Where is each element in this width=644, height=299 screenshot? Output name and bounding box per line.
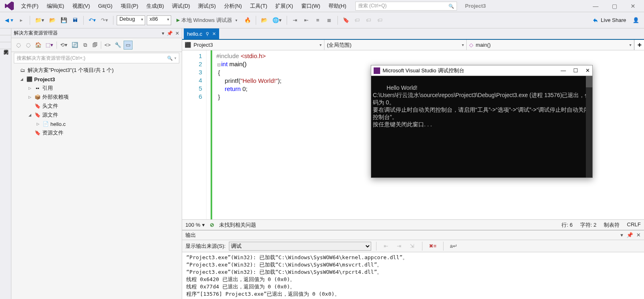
menu-项目P[interactable]: 项目(P) bbox=[117, 0, 142, 12]
bk2-icon[interactable]: 🏷 bbox=[364, 15, 374, 25]
sol-preview-icon[interactable]: ▭ bbox=[124, 41, 133, 50]
bookmark-icon[interactable]: 🔖 bbox=[341, 15, 351, 25]
pane-dropdown-icon[interactable]: ▾ bbox=[162, 30, 164, 36]
rail-toolbox[interactable]: 工具箱 bbox=[0, 35, 11, 42]
bk1-icon[interactable]: 🏷 bbox=[352, 15, 362, 25]
nav-project[interactable]: ⬛Project3 bbox=[182, 40, 324, 50]
issues-ok-icon: ⊘ bbox=[210, 222, 214, 228]
menu-测试S[interactable]: 测试(S) bbox=[194, 0, 220, 12]
menu-视图V[interactable]: 视图(V) bbox=[68, 0, 94, 12]
uncomment-icon[interactable]: ≣ bbox=[324, 15, 334, 25]
sol-collapse-icon[interactable]: ⧉ bbox=[80, 41, 89, 50]
sol-sync-icon[interactable]: ⟲▾ bbox=[59, 41, 69, 50]
console-max-button[interactable]: ☐ bbox=[573, 67, 578, 74]
save-button[interactable]: 💾 bbox=[59, 15, 69, 25]
menu-帮助H[interactable]: 帮助(H) bbox=[324, 0, 350, 12]
pin-icon[interactable]: ⚲ bbox=[206, 31, 209, 37]
start-debug-button[interactable]: ▶本地 Windows 调试器▾ bbox=[173, 15, 241, 25]
step-icon[interactable]: ⇥ bbox=[290, 15, 300, 25]
maximize-button[interactable]: ▢ bbox=[605, 0, 624, 12]
out-prev-icon[interactable]: ⇤ bbox=[381, 241, 391, 251]
open-button[interactable]: 📂 bbox=[48, 15, 57, 25]
debug-console-window: Microsoft Visual Studio 调试控制台 — ☐ ✕ Hell… bbox=[371, 65, 593, 178]
status-line: 行: 6 bbox=[561, 221, 572, 229]
pane-dropdown-icon[interactable]: ▾ bbox=[620, 232, 623, 238]
solution-explorer: 解决方案资源管理器 ▾ 📌 ✕ ◌ ◌ 🏠 ⬚▾ ⟲▾ 🔄 ⧉ 🗐 <> 🔧 ▭… bbox=[11, 28, 182, 299]
out-clear-icon[interactable]: ⇲ bbox=[407, 241, 417, 251]
bk3-icon[interactable]: 🏷 bbox=[375, 15, 385, 25]
clear-all-icon[interactable]: ✖≡ bbox=[427, 241, 438, 251]
console-scrollbar[interactable] bbox=[586, 76, 592, 178]
pane-pin-icon[interactable]: 📌 bbox=[167, 30, 173, 36]
headers-node[interactable]: 🔖头文件 bbox=[12, 102, 181, 110]
sol-showall-icon[interactable]: 🗐 bbox=[90, 41, 99, 50]
open-folder-icon[interactable]: 📂 bbox=[259, 15, 269, 25]
account-icon[interactable]: 👤 bbox=[631, 15, 641, 25]
comment-icon[interactable]: ≡ bbox=[313, 15, 323, 25]
sol-properties-icon[interactable]: 🔧 bbox=[113, 41, 123, 50]
zoom-level[interactable]: 100 % ▾ bbox=[185, 222, 205, 228]
new-project-button[interactable]: 📁▾ bbox=[33, 15, 46, 25]
editor-navbar: ⬛Project3 (全局范围) ◇main() ✚ bbox=[182, 40, 644, 50]
resources-node[interactable]: 🔖资源文件 bbox=[12, 128, 181, 137]
undo-button[interactable]: ↶▾ bbox=[87, 15, 98, 25]
minimize-button[interactable]: — bbox=[586, 0, 605, 12]
console-close-button[interactable]: ✕ bbox=[585, 67, 590, 74]
pane-close-icon[interactable]: ✕ bbox=[175, 30, 179, 36]
menu-分析N[interactable]: 分析(N) bbox=[220, 0, 246, 12]
file-hello-c[interactable]: ▷📄hello.c bbox=[12, 119, 181, 128]
menu-窗口W[interactable]: 窗口(W) bbox=[297, 0, 324, 12]
sol-home-icon[interactable]: 🏠 bbox=[33, 41, 43, 50]
nav-back-button[interactable]: ◀ ▾ bbox=[3, 15, 15, 25]
platform-select[interactable]: x86 bbox=[147, 15, 171, 25]
tab-hello-c[interactable]: hello.c ⚲ ✕ bbox=[184, 28, 219, 39]
menu-调试D[interactable]: 调试(D) bbox=[168, 0, 194, 12]
sol-switch-icon[interactable]: ⬚▾ bbox=[44, 41, 55, 50]
sol-refresh-icon[interactable]: 🔄 bbox=[70, 41, 80, 50]
output-text[interactable]: “Project3.exe”(Win32): 已加载“C:\Windows\Sy… bbox=[182, 252, 644, 299]
menu-编辑E[interactable]: 编辑(E) bbox=[43, 0, 68, 12]
external-deps-node[interactable]: ▷📦外部依赖项 bbox=[12, 93, 181, 102]
solution-root[interactable]: 🗂解决方案"Project3"(1 个项目/共 1 个) bbox=[12, 66, 181, 75]
menu-文件F[interactable]: 文件(F) bbox=[17, 0, 43, 12]
project-node[interactable]: ◢⬛Project3 bbox=[12, 75, 181, 84]
hot-reload-icon[interactable]: 🔥 bbox=[243, 15, 252, 25]
rail-server-explorer[interactable]: 服务器资源管理器 bbox=[0, 28, 11, 35]
menu-扩展X[interactable]: 扩展(X) bbox=[271, 0, 297, 12]
word-wrap-icon[interactable]: a↵ bbox=[448, 241, 459, 251]
quick-search[interactable]: 搜索 (Ctrl+Q) bbox=[355, 2, 457, 11]
menu-GitG[interactable]: Git(G) bbox=[94, 0, 116, 12]
console-body[interactable]: Hello World! C:\Users\行云流水\source\repos\… bbox=[371, 76, 592, 178]
code-text[interactable]: #include <stdio.h> ⊟int main() { printf(… bbox=[212, 50, 283, 219]
console-title: Microsoft Visual Studio 调试控制台 bbox=[383, 67, 464, 74]
out-next-icon[interactable]: ⇥ bbox=[394, 241, 404, 251]
close-button[interactable]: ✕ bbox=[624, 0, 642, 12]
browser-icon[interactable]: 🌐▾ bbox=[271, 15, 283, 25]
sol-fwd-icon[interactable]: ◌ bbox=[24, 41, 33, 50]
output-source-select[interactable]: 调试 bbox=[229, 242, 371, 251]
menu-items: 文件(F)编辑(E)视图(V)Git(G)项目(P)生成(B)调试(D)测试(S… bbox=[17, 0, 350, 12]
nav-split-icon[interactable]: ✚ bbox=[634, 40, 644, 50]
live-share-button[interactable]: Live Share bbox=[589, 17, 629, 24]
menu-生成B[interactable]: 生成(B) bbox=[142, 0, 168, 12]
pane-close-icon[interactable]: ✕ bbox=[636, 232, 641, 238]
console-titlebar[interactable]: Microsoft Visual Studio 调试控制台 — ☐ ✕ bbox=[371, 65, 592, 76]
rail-doc-outline[interactable]: 文档大纲 bbox=[0, 42, 11, 49]
sol-code-icon[interactable]: <> bbox=[103, 41, 112, 50]
config-select[interactable]: Debug bbox=[117, 15, 145, 25]
status-indent: 制表符 bbox=[604, 221, 620, 229]
nav-scope[interactable]: (全局范围) bbox=[324, 40, 467, 50]
redo-button[interactable]: ↷▾ bbox=[99, 15, 110, 25]
tab-close-icon[interactable]: ✕ bbox=[212, 31, 216, 37]
menu-工具T[interactable]: 工具(T) bbox=[246, 0, 272, 12]
pane-pin-icon[interactable]: 📌 bbox=[627, 232, 633, 238]
outdent-icon[interactable]: ⇤ bbox=[302, 15, 311, 25]
nav-fwd-button[interactable]: ▸ bbox=[17, 15, 26, 25]
solution-search[interactable]: 搜索解决方案资源管理器(Ctrl+;) ▾ bbox=[14, 53, 179, 63]
sources-node[interactable]: ◢🔖源文件 bbox=[12, 110, 181, 119]
sol-back-icon[interactable]: ◌ bbox=[14, 41, 23, 50]
references-node[interactable]: ▷▪▪引用 bbox=[12, 84, 181, 93]
console-min-button[interactable]: — bbox=[561, 67, 566, 74]
nav-function[interactable]: ◇main() bbox=[467, 40, 634, 50]
save-all-button[interactable]: 🖬 bbox=[70, 15, 80, 25]
